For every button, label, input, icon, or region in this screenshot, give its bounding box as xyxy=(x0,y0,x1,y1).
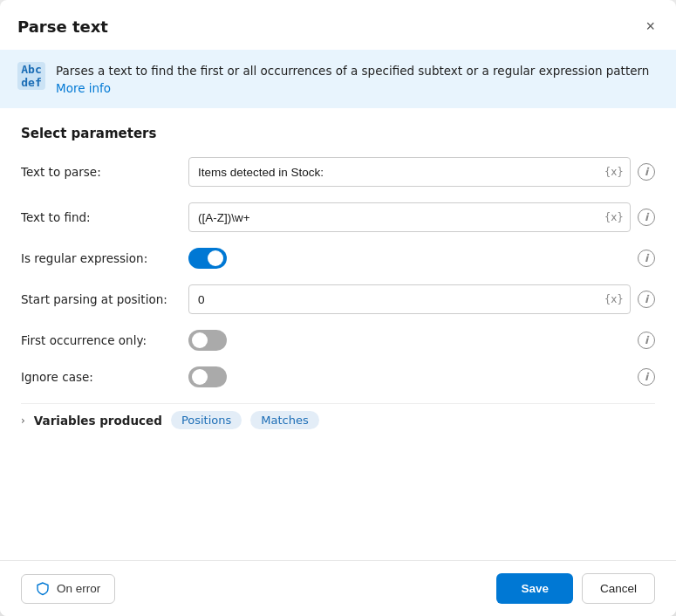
banner-icon: Abcdef xyxy=(17,62,45,90)
is-regex-track[interactable] xyxy=(188,248,227,269)
text-to-parse-row: Text to parse: {x} i xyxy=(21,157,655,187)
cancel-button[interactable]: Cancel xyxy=(582,573,655,604)
ignore-case-label: Ignore case: xyxy=(21,370,178,384)
banner-content: Parses a text to find the first or all o… xyxy=(56,62,649,96)
shield-icon xyxy=(36,582,50,596)
start-position-info-icon[interactable]: i xyxy=(638,291,655,308)
is-regex-control: i xyxy=(188,248,655,269)
first-only-info-icon[interactable]: i xyxy=(638,332,655,349)
text-to-parse-label: Text to parse: xyxy=(21,165,178,179)
save-button[interactable]: Save xyxy=(496,573,573,604)
info-banner: Abcdef Parses a text to find the first o… xyxy=(0,50,676,108)
is-regex-info-icon[interactable]: i xyxy=(638,250,655,267)
ignore-case-info-icon[interactable]: i xyxy=(638,368,655,386)
ignore-case-toggle[interactable] xyxy=(188,366,227,387)
first-only-label: First occurrence only: xyxy=(21,333,178,347)
positions-chip: Positions xyxy=(171,411,242,429)
is-regex-thumb xyxy=(208,250,223,266)
ignore-case-row: Ignore case: i xyxy=(21,366,655,387)
text-to-parse-input[interactable] xyxy=(188,157,631,187)
first-only-thumb xyxy=(192,332,208,348)
is-regex-label: Is regular expression: xyxy=(21,251,178,265)
first-only-row: First occurrence only: i xyxy=(21,330,655,351)
footer-actions: Save Cancel xyxy=(496,573,655,604)
dialog-header: Parse text × xyxy=(0,0,676,50)
ignore-case-track[interactable] xyxy=(188,366,227,387)
chevron-right-icon[interactable]: › xyxy=(21,414,25,427)
is-regex-row: Is regular expression: i xyxy=(21,248,655,269)
start-position-label: Start parsing at position: xyxy=(21,292,178,306)
section-title: Select parameters xyxy=(21,126,655,141)
close-button[interactable]: × xyxy=(642,14,659,39)
main-content: Select parameters Text to parse: {x} i T… xyxy=(0,108,676,560)
text-to-parse-control: {x} i xyxy=(188,157,655,187)
text-to-find-input[interactable] xyxy=(188,202,631,232)
dialog-title: Parse text xyxy=(17,17,108,36)
start-position-wrapper: {x} xyxy=(188,284,631,314)
first-only-track[interactable] xyxy=(188,330,227,351)
banner-description: Parses a text to find the first or all o… xyxy=(56,62,649,79)
variables-produced-label: Variables produced xyxy=(34,414,162,428)
dialog-footer: On error Save Cancel xyxy=(0,560,676,616)
first-only-control: i xyxy=(188,330,655,351)
matches-chip: Matches xyxy=(250,411,318,429)
start-position-input[interactable] xyxy=(188,284,631,314)
text-to-parse-wrapper: {x} xyxy=(188,157,631,187)
section-divider xyxy=(21,403,655,404)
ignore-case-control: i xyxy=(188,366,655,387)
start-position-control: {x} i xyxy=(188,284,655,314)
ignore-case-thumb xyxy=(192,369,208,385)
text-to-find-info-icon[interactable]: i xyxy=(638,209,655,226)
text-to-find-control: {x} i xyxy=(188,202,655,232)
parse-text-dialog: Parse text × Abcdef Parses a text to fin… xyxy=(0,0,676,616)
text-to-parse-info-icon[interactable]: i xyxy=(638,163,655,181)
is-regex-toggle[interactable] xyxy=(188,248,227,269)
on-error-button[interactable]: On error xyxy=(21,574,115,604)
on-error-label: On error xyxy=(57,582,100,595)
text-to-find-row: Text to find: {x} i xyxy=(21,202,655,232)
text-to-find-wrapper: {x} xyxy=(188,202,631,232)
first-only-toggle[interactable] xyxy=(188,330,227,351)
text-to-find-label: Text to find: xyxy=(21,210,178,224)
variables-produced-row: › Variables produced Positions Matches xyxy=(21,411,655,429)
start-position-row: Start parsing at position: {x} i xyxy=(21,284,655,314)
more-info-link[interactable]: More info xyxy=(56,81,111,95)
